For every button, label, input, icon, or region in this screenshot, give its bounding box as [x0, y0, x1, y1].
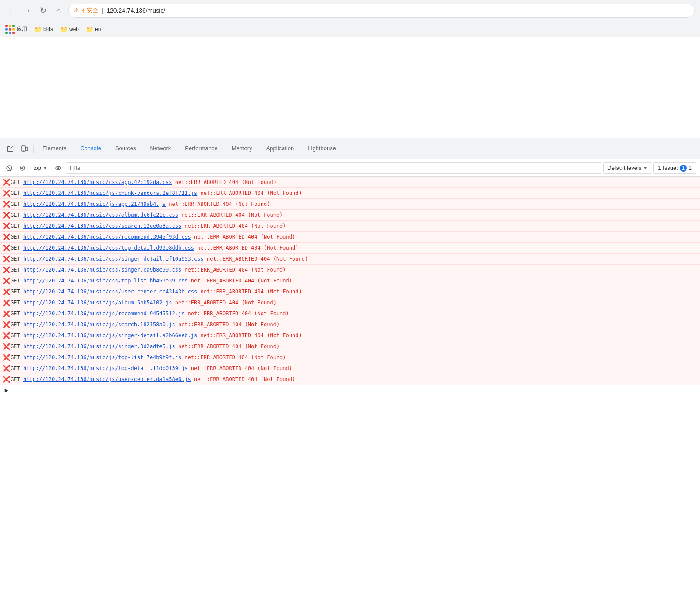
console-content: ❌GET http://120.24.74.136/music/css/app.…: [0, 177, 700, 385]
console-prompt[interactable]: ►: [0, 385, 700, 395]
error-icon: ❌: [3, 365, 10, 372]
filter-input[interactable]: [66, 162, 601, 174]
console-error-row: ❌GET http://120.24.74.136/music/css/user…: [0, 286, 700, 297]
console-error-message: net::ERR_ABORTED 404 (Not Found): [197, 190, 301, 196]
console-error-link[interactable]: http://120.24.74.136/music/js/search.182…: [23, 321, 175, 328]
error-icon: ❌: [3, 190, 10, 197]
console-error-message: net::ERR_ABORTED 404 (Not Found): [197, 289, 301, 295]
console-row-text: GET http://120.24.74.136/music/css/recom…: [11, 233, 696, 241]
console-error-message: net::ERR_ABORTED 404 (Not Found): [175, 343, 279, 349]
console-error-row: ❌GET http://120.24.74.136/music/css/sing…: [0, 254, 700, 265]
console-error-link[interactable]: http://120.24.74.136/music/css/app.42c19…: [23, 179, 172, 185]
svg-rect-1: [26, 147, 28, 151]
error-icon: ❌: [3, 201, 10, 208]
levels-dropdown[interactable]: Default levels ▼: [603, 162, 651, 174]
console-error-link[interactable]: http://120.24.74.136/music/js/recommend.…: [23, 311, 184, 317]
console-error-link[interactable]: http://120.24.74.136/music/css/album.dc6…: [23, 212, 178, 218]
dropdown-arrow-icon: ▼: [43, 166, 47, 170]
svg-point-8: [57, 167, 59, 169]
console-error-row: ❌GET http://120.24.74.136/music/js/top-l…: [0, 352, 700, 363]
console-error-link[interactable]: http://120.24.74.136/music/js/top-list.7…: [23, 354, 181, 360]
context-dropdown[interactable]: top ▼: [30, 164, 51, 172]
console-error-link[interactable]: http://120.24.74.136/music/js/singer-det…: [23, 332, 197, 339]
console-error-link[interactable]: http://120.24.74.136/music/js/user-cente…: [23, 376, 191, 382]
error-icon: ❌: [3, 212, 10, 219]
console-error-link[interactable]: http://120.24.74.136/music/css/top-list.…: [23, 278, 188, 284]
tab-performance[interactable]: Performance: [178, 138, 224, 159]
console-row-text: GET http://120.24.74.136/music/css/singe…: [11, 266, 696, 274]
console-row-text: GET http://120.24.74.136/music/js/singer…: [11, 332, 696, 339]
console-error-message: net::ERR_ABORTED 404 (Not Found): [197, 332, 301, 339]
error-icon: ❌: [3, 332, 10, 339]
tab-elements[interactable]: Elements: [35, 138, 73, 159]
web-bookmark[interactable]: 📁 web: [60, 26, 79, 33]
console-error-row: ❌GET http://120.24.74.136/music/css/sing…: [0, 265, 700, 275]
error-icon: ❌: [3, 354, 10, 361]
console-error-link[interactable]: http://120.24.74.136/music/js/singer.0d2…: [23, 343, 175, 349]
console-error-link[interactable]: http://120.24.74.136/music/css/singer-de…: [23, 256, 204, 262]
bookmarks-bar: 应用 📁 bids 📁 web 📁 en: [0, 21, 700, 37]
reload-button[interactable]: ↻: [37, 4, 49, 17]
eye-button[interactable]: [53, 162, 64, 174]
svg-point-6: [21, 167, 23, 169]
error-icon: ❌: [3, 299, 10, 306]
console-error-row: ❌GET http://120.24.74.136/music/js/searc…: [0, 319, 700, 330]
devtools-panel: Elements Console Sources Network Perform…: [0, 138, 700, 395]
console-error-message: net::ERR_ABORTED 404 (Not Found): [184, 311, 289, 317]
console-error-link[interactable]: http://120.24.74.136/music/css/search.12…: [23, 223, 181, 229]
console-error-link[interactable]: http://120.24.74.136/music/css/top-detai…: [23, 245, 194, 251]
inspect-element-button[interactable]: [4, 142, 18, 156]
browser-chrome: ← → ↻ ⌂ ⚠ 不安全 | 120.24.74.136/music/ 应用 …: [0, 0, 700, 37]
console-toolbar: top ▼ Default levels ▼ 1 Issue: 1 1: [0, 159, 700, 177]
tab-memory[interactable]: Memory: [225, 138, 259, 159]
console-error-row: ❌GET http://120.24.74.136/music/css/albu…: [0, 210, 700, 221]
console-error-link[interactable]: http://120.24.74.136/music/js/top-detail…: [23, 365, 188, 371]
console-error-row: ❌GET http://120.24.74.136/music/css/sear…: [0, 221, 700, 232]
back-button[interactable]: ←: [5, 4, 18, 17]
security-warning: ⚠ 不安全: [74, 7, 98, 14]
console-error-row: ❌GET http://120.24.74.136/music/css/app.…: [0, 177, 700, 188]
console-error-link[interactable]: http://120.24.74.136/music/js/chunk-vend…: [23, 190, 197, 196]
bids-label: bids: [43, 26, 53, 32]
error-icon: ❌: [3, 376, 10, 383]
device-toolbar-button[interactable]: [18, 142, 32, 156]
console-error-message: net::ERR_ABORTED 404 (Not Found): [166, 201, 270, 207]
issues-button[interactable]: 1 Issue: 1 1: [653, 162, 696, 174]
console-error-link[interactable]: http://120.24.74.136/music/css/recommend…: [23, 234, 191, 240]
address-bar[interactable]: ⚠ 不安全 | 120.24.74.136/music/: [68, 4, 695, 18]
console-error-row: ❌GET http://120.24.74.136/music/js/singe…: [0, 341, 700, 352]
clear-console-button[interactable]: [4, 162, 15, 174]
console-error-message: net::ERR_ABORTED 404 (Not Found): [181, 223, 286, 229]
tab-sources[interactable]: Sources: [108, 138, 143, 159]
en-bookmark[interactable]: 📁 en: [86, 26, 101, 33]
svg-point-2: [23, 150, 24, 150]
apps-bookmark[interactable]: 应用: [5, 25, 27, 34]
tab-console[interactable]: Console: [73, 138, 108, 159]
console-error-link[interactable]: http://120.24.74.136/music/css/user-cent…: [23, 289, 197, 295]
home-button[interactable]: ⌂: [53, 4, 65, 17]
console-error-link[interactable]: http://120.24.74.136/music/css/singer.ea…: [23, 267, 181, 273]
error-icon: ❌: [3, 343, 10, 350]
apps-label: 应用: [17, 25, 27, 33]
console-error-message: net::ERR_ABORTED 404 (Not Found): [191, 376, 295, 382]
console-row-text: GET http://120.24.74.136/music/js/chunk-…: [11, 189, 696, 197]
en-label: en: [95, 26, 101, 32]
console-error-row: ❌GET http://120.24.74.136/music/js/app.2…: [0, 199, 700, 210]
filter-button[interactable]: [17, 162, 28, 174]
error-icon: ❌: [3, 288, 10, 295]
error-icon: ❌: [3, 244, 10, 251]
console-row-text: GET http://120.24.74.136/music/js/user-c…: [11, 375, 696, 383]
error-icon: ❌: [3, 255, 10, 262]
bids-bookmark[interactable]: 📁 bids: [34, 26, 53, 33]
forward-button[interactable]: →: [21, 4, 33, 17]
console-error-message: net::ERR_ABORTED 404 (Not Found): [191, 234, 295, 240]
tab-application[interactable]: Application: [259, 138, 301, 159]
prompt-icon: ►: [4, 387, 10, 394]
console-error-link[interactable]: http://120.24.74.136/music/js/album.5bb5…: [23, 300, 172, 306]
console-error-link[interactable]: http://120.24.74.136/music/js/app.21749a…: [23, 201, 166, 207]
console-row-text: GET http://120.24.74.136/music/js/app.21…: [11, 200, 696, 208]
tab-lighthouse[interactable]: Lighthouse: [301, 138, 343, 159]
folder-icon: 📁: [60, 26, 67, 33]
console-error-row: ❌GET http://120.24.74.136/music/js/singe…: [0, 330, 700, 341]
tab-network[interactable]: Network: [143, 138, 178, 159]
